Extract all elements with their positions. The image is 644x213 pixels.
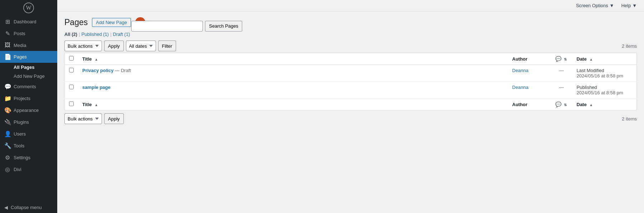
footer-title-col[interactable]: Title ▲ xyxy=(78,99,508,110)
settings-icon: ⚙ xyxy=(4,154,11,161)
main-content: Screen Options ▼ Help ▼ Pages Add New Pa… xyxy=(57,0,644,213)
wp-logo: W xyxy=(22,1,35,14)
date-status: Last Modified xyxy=(577,68,633,73)
filter-draft[interactable]: Draft (1) xyxy=(113,32,130,37)
item-count-bottom: 2 items xyxy=(622,116,637,122)
sidebar-item-posts[interactable]: ✎ Posts xyxy=(0,28,57,39)
row-checkbox[interactable] xyxy=(69,68,74,72)
title-sort-icon: ▲ xyxy=(94,57,98,61)
sidebar-item-pages-label: Pages xyxy=(14,54,27,60)
help-button[interactable]: Help ▼ xyxy=(618,1,640,10)
footer-date-col[interactable]: Date ▲ xyxy=(572,99,637,110)
row-comments-cell: — xyxy=(551,82,572,99)
screen-options-button[interactable]: Screen Options ▼ xyxy=(573,1,617,10)
footer-comments-col[interactable]: 💬 ⇅ xyxy=(551,99,572,110)
sidebar-item-appearance-label: Appearance xyxy=(14,108,39,113)
sidebar: W ⊞ Dashboard ✎ Posts 🖼 Media 📄 Pages Al… xyxy=(0,0,57,213)
table-header-row: Title ▲ Author 💬 ⇅ Date ▲ xyxy=(65,53,637,65)
footer-comments-icon: 💬 xyxy=(555,101,561,107)
comments-sort-icon: ⇅ xyxy=(564,57,567,61)
sidebar-item-divi-label: Divi xyxy=(14,167,21,172)
row-checkbox-cell xyxy=(65,82,78,99)
table-body: Privacy policy — Draft Deanna — Last Mod… xyxy=(65,65,637,110)
sidebar-item-settings[interactable]: ⚙ Settings xyxy=(0,152,57,164)
filter-published[interactable]: Published (1) xyxy=(82,32,109,37)
footer-select-all-checkbox[interactable] xyxy=(69,101,74,106)
collapse-menu-button[interactable]: ◀ Collapse menu xyxy=(0,202,57,213)
page-title-link[interactable]: sample page xyxy=(82,85,111,90)
sidebar-item-projects[interactable]: 📁 Projects xyxy=(0,93,57,104)
sidebar-item-posts-label: Posts xyxy=(14,31,25,36)
search-area: Search Pages xyxy=(131,21,242,32)
pages-icon: 📄 xyxy=(4,53,11,60)
row-title-cell: sample page xyxy=(78,82,508,99)
author-link[interactable]: Deanna xyxy=(512,68,529,73)
pages-table: Title ▲ Author 💬 ⇅ Date ▲ xyxy=(64,53,637,110)
dashboard-icon: ⊞ xyxy=(4,18,11,25)
table-footer-row: Title ▲ Author 💬 ⇅ Date ▲ xyxy=(65,99,637,110)
sidebar-item-comments[interactable]: 💬 Comments xyxy=(0,81,57,93)
row-author-cell: Deanna xyxy=(508,82,551,99)
date-sort-icon: ▲ xyxy=(589,57,593,61)
sidebar-item-divi[interactable]: ◎ Divi xyxy=(0,164,57,175)
row-comments-cell: — xyxy=(551,65,572,82)
sidebar-item-plugins-label: Plugins xyxy=(14,119,29,125)
projects-icon: 📁 xyxy=(4,95,11,102)
collapse-menu-label: Collapse menu xyxy=(11,205,42,210)
filter-search-row: All (2) | Published (1) | Draft (1) Sear… xyxy=(64,32,637,41)
sidebar-subitem-all-pages[interactable]: All Pages xyxy=(0,63,57,72)
apply-top-button[interactable]: Apply xyxy=(104,41,124,51)
date-value: 2024/05/16 at 8:58 pm xyxy=(577,90,633,95)
row-author-cell: Deanna xyxy=(508,65,551,82)
row-checkbox[interactable] xyxy=(69,85,74,89)
header-date-col[interactable]: Date ▲ xyxy=(572,53,637,65)
comments-dash: — xyxy=(559,68,564,73)
sidebar-item-appearance[interactable]: 🎨 Appearance xyxy=(0,104,57,116)
bulk-actions-bottom-select[interactable]: Bulk actions xyxy=(64,113,102,124)
author-link[interactable]: Deanna xyxy=(512,85,529,90)
search-pages-button[interactable]: Search Pages xyxy=(205,21,242,32)
dates-select[interactable]: All dates xyxy=(126,41,156,51)
sidebar-item-dashboard-label: Dashboard xyxy=(14,19,36,24)
date-value: 2024/05/16 at 8:58 pm xyxy=(577,73,633,79)
filter-button[interactable]: Filter xyxy=(158,41,176,51)
sidebar-item-tools-label: Tools xyxy=(14,143,24,148)
comments-dash: — xyxy=(559,85,564,90)
row-checkbox-cell xyxy=(65,65,78,82)
sidebar-item-settings-label: Settings xyxy=(14,155,30,160)
posts-icon: ✎ xyxy=(4,30,11,37)
footer-title-sort-icon: ▲ xyxy=(94,103,98,107)
bulk-actions-top-select[interactable]: Bulk actions xyxy=(64,41,102,51)
apply-bottom-button[interactable]: Apply xyxy=(104,113,124,124)
footer-date-sort-icon: ▲ xyxy=(589,103,593,107)
sidebar-item-plugins[interactable]: 🔌 Plugins xyxy=(0,116,57,128)
header-title-col[interactable]: Title ▲ xyxy=(78,53,508,65)
plugins-icon: 🔌 xyxy=(4,119,11,126)
sidebar-item-tools[interactable]: 🔧 Tools xyxy=(0,140,57,152)
sidebar-item-media-label: Media xyxy=(14,43,26,48)
appearance-icon: 🎨 xyxy=(4,107,11,114)
sidebar-item-dashboard[interactable]: ⊞ Dashboard xyxy=(0,16,57,28)
comments-icon: 💬 xyxy=(4,83,11,90)
date-status: Published xyxy=(577,85,633,90)
sidebar-item-projects-label: Projects xyxy=(14,96,30,101)
page-title-link[interactable]: Privacy policy xyxy=(82,68,113,73)
sidebar-subitem-add-new-page[interactable]: Add New Page xyxy=(0,72,57,81)
filter-all[interactable]: All (2) xyxy=(64,32,77,37)
sidebar-item-media[interactable]: 🖼 Media xyxy=(0,39,57,51)
row-date-cell: Last Modified 2024/05/16 at 8:58 pm xyxy=(572,65,637,82)
footer-checkbox-col xyxy=(65,99,78,110)
add-new-page-button[interactable]: Add New Page xyxy=(92,18,131,27)
sidebar-item-users[interactable]: 👤 Users xyxy=(0,128,57,140)
footer-author-col[interactable]: Author xyxy=(508,99,551,110)
row-date-cell: Published 2024/05/16 at 8:58 pm xyxy=(572,82,637,99)
select-all-checkbox[interactable] xyxy=(69,56,74,61)
sidebar-item-pages[interactable]: 📄 Pages xyxy=(0,51,57,63)
header-author-col[interactable]: Author xyxy=(508,53,551,65)
header-comments-col[interactable]: 💬 ⇅ xyxy=(551,53,572,65)
item-count-top: 2 items xyxy=(622,43,637,49)
search-input[interactable] xyxy=(131,21,203,32)
table-row: sample page Deanna — Published 2024/05/1… xyxy=(65,82,637,99)
help-label: Help xyxy=(621,3,631,8)
svg-text:W: W xyxy=(26,5,31,11)
